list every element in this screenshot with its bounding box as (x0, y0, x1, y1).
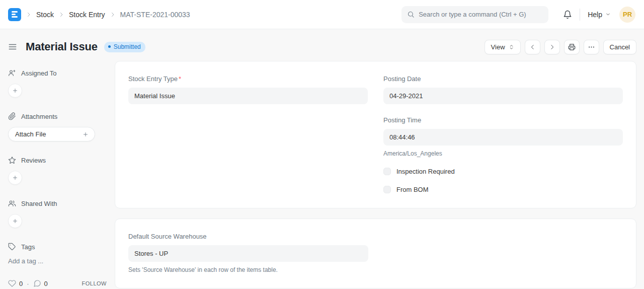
plus-icon (12, 175, 18, 181)
follow-button[interactable]: FOLLOW (82, 280, 107, 286)
tags-header: Tags (8, 243, 107, 251)
inspection-required-label: Inspection Required (396, 168, 455, 175)
shared-with-section: Shared With (8, 199, 107, 228)
stock-entry-type-label: Stock Entry Type* (128, 75, 368, 83)
form-area: Stock Entry Type* Posting Date Posting T… (115, 54, 644, 289)
printer-icon (568, 43, 576, 51)
heart-icon (8, 279, 16, 287)
timezone-help-text: America/Los_Angeles (383, 150, 623, 157)
chevron-left-icon (529, 44, 536, 50)
global-search[interactable] (401, 6, 548, 23)
attach-file-label: Attach File (15, 130, 46, 138)
posting-time-field: Posting Time America/Los_Angeles (383, 116, 623, 157)
breadcrumb-stock-entry[interactable]: Stock Entry (69, 11, 105, 19)
help-menu[interactable]: Help (588, 11, 611, 19)
sidebar: Assigned To Attachments Attach File (0, 54, 115, 289)
details-card: Stock Entry Type* Posting Date Posting T… (115, 61, 636, 208)
stock-entry-type-field: Stock Entry Type* (128, 75, 368, 104)
ellipsis-icon (588, 43, 595, 51)
inspection-required-row[interactable]: Inspection Required (383, 168, 623, 175)
status-label: Submitted (114, 43, 141, 50)
inspection-required-checkbox[interactable] (383, 168, 391, 175)
chevron-right-icon (549, 44, 555, 50)
paperclip-icon (8, 112, 16, 120)
reviews-label: Reviews (21, 157, 46, 164)
add-share-button[interactable] (8, 214, 22, 228)
content-area: Assigned To Attachments Attach File (0, 54, 644, 289)
attachments-label: Attachments (21, 113, 57, 120)
chevron-right-icon (110, 12, 116, 18)
shared-with-label: Shared With (21, 200, 57, 207)
attach-file-button[interactable]: Attach File (8, 127, 95, 141)
details-right-column: Posting Date Posting Time America/Los_An… (383, 75, 623, 193)
sidebar-footer: 0 · 0 FOLLOW (8, 279, 107, 289)
tag-icon (8, 243, 16, 251)
navbar-divider (580, 9, 580, 21)
help-label: Help (588, 11, 602, 19)
view-label: View (491, 43, 505, 51)
cancel-button[interactable]: Cancel (603, 40, 636, 54)
select-chevrons-icon (509, 44, 514, 50)
users-icon (8, 199, 16, 207)
view-button[interactable]: View (485, 40, 521, 54)
chevron-right-icon (58, 12, 64, 18)
page-header: Material Issue Submitted View Cancel (0, 29, 644, 54)
dot-separator: · (27, 280, 29, 287)
comment-count: 0 (44, 280, 48, 287)
like-counter[interactable]: 0 (8, 279, 23, 287)
status-dot-icon (108, 45, 111, 48)
add-assignment-button[interactable] (8, 84, 22, 98)
sidebar-toggle-icon[interactable] (8, 42, 17, 51)
comment-counter[interactable]: 0 (33, 279, 48, 287)
required-asterisk: * (179, 75, 181, 83)
assigned-to-section: Assigned To (8, 69, 107, 98)
from-bom-label: From BOM (396, 186, 429, 193)
posting-time-label: Posting Time (383, 116, 623, 124)
warehouse-card: Default Source Warehouse Sets 'Source Wa… (115, 219, 636, 288)
default-source-warehouse-field: Default Source Warehouse Sets 'Source Wa… (128, 233, 368, 273)
from-bom-row[interactable]: From BOM (383, 186, 623, 193)
from-bom-checkbox[interactable] (383, 186, 391, 193)
chevron-right-icon (26, 12, 32, 18)
stock-entry-type-input[interactable] (128, 88, 368, 104)
posting-date-label: Posting Date (383, 75, 623, 83)
plus-icon (12, 218, 18, 224)
status-badge: Submitted (104, 42, 145, 52)
default-source-warehouse-label: Default Source Warehouse (128, 233, 368, 240)
toolbar: View Cancel (485, 40, 636, 54)
more-menu-button[interactable] (584, 40, 599, 54)
posting-date-input[interactable] (383, 88, 623, 104)
shared-with-header: Shared With (8, 199, 107, 207)
default-source-warehouse-input[interactable] (128, 245, 368, 262)
search-input[interactable] (419, 11, 543, 18)
next-document-button[interactable] (544, 40, 560, 54)
reviews-header: Reviews (8, 156, 107, 164)
like-count: 0 (19, 280, 23, 287)
navbar: Stock Stock Entry MAT-STE-2021-00033 Hel… (0, 0, 644, 29)
plus-icon (12, 88, 18, 94)
breadcrumb-stock[interactable]: Stock (36, 11, 54, 19)
warehouse-help-text: Sets 'Source Warehouse' in each row of t… (128, 266, 368, 273)
details-left-column: Stock Entry Type* (128, 75, 368, 193)
page-title: Material Issue (26, 40, 98, 53)
posting-time-input[interactable] (383, 129, 623, 146)
user-plus-icon (8, 69, 16, 77)
breadcrumb-current: MAT-STE-2021-00033 (120, 11, 190, 19)
reviews-section: Reviews (8, 156, 107, 185)
attachments-section: Attachments Attach File (8, 112, 107, 141)
add-tag-input[interactable]: Add a tag ... (8, 257, 43, 265)
tags-section: Tags Add a tag ... (8, 243, 107, 265)
tags-label: Tags (21, 243, 35, 251)
add-review-button[interactable] (8, 171, 22, 185)
previous-document-button[interactable] (525, 40, 540, 54)
user-avatar[interactable]: PR (619, 7, 635, 23)
notifications-bell-icon[interactable] (563, 10, 572, 19)
posting-date-field: Posting Date (383, 75, 623, 104)
comment-icon (33, 279, 41, 287)
erpnext-logo-icon[interactable] (8, 8, 21, 21)
avatar-initials: PR (623, 11, 632, 18)
search-icon (407, 11, 415, 18)
assigned-to-label: Assigned To (21, 69, 57, 77)
chevron-down-icon (605, 12, 611, 17)
print-button[interactable] (564, 40, 580, 54)
